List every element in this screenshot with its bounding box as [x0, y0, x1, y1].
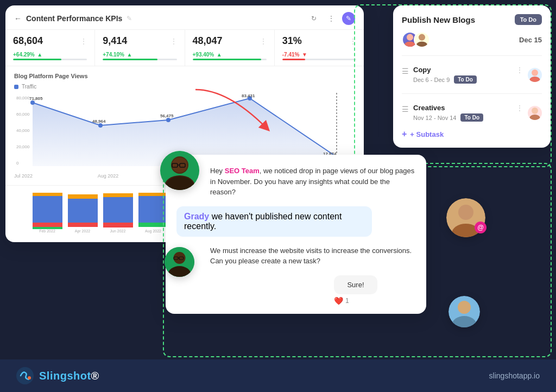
metric-change-0: +64.29%	[13, 52, 35, 58]
metric-dots-0[interactable]: ⋮	[80, 37, 87, 45]
add-subtask-label: + Subtask	[410, 130, 444, 138]
chat-msg-1: Hey SEO Team, we noticed drop in page vi…	[176, 166, 415, 198]
chat-card: Hey SEO Team, we noticed drop in page vi…	[166, 155, 426, 314]
add-subtask-button[interactable]: + + Subtask	[402, 129, 542, 139]
subtask-info-creatives: Creatives Nov 12 - Nov 14 To Do	[413, 104, 511, 122]
info-icon[interactable]: ✎	[127, 15, 132, 22]
bottom-bar: Slingshot® slingshotapp.io	[0, 359, 556, 392]
svg-point-6	[98, 123, 103, 128]
svg-point-51	[529, 77, 540, 82]
subtask-info-copy: Copy Dec 6 - Dec 9 To Do	[413, 66, 511, 84]
svg-point-53	[529, 115, 540, 120]
task-header: Publish New Blogs To Do	[402, 14, 542, 25]
task-due-date: Dec 15	[519, 36, 542, 44]
more-icon[interactable]: ⋮	[325, 12, 338, 25]
grady-mention: Grady	[184, 212, 209, 221]
svg-text:Feb 2022: Feb 2022	[39, 229, 55, 233]
legend-dot	[14, 85, 18, 89]
svg-point-63	[458, 205, 473, 220]
svg-text:Apr 2022: Apr 2022	[75, 229, 91, 233]
sender-avatar-large	[160, 151, 199, 190]
legend-label: Traffic	[22, 84, 36, 90]
metric-cell-0: 68,604 ⋮ +64.29% ▲	[5, 30, 95, 66]
subtask-status-copy: To Do	[454, 75, 477, 84]
chart-label-0: Jul 2022	[14, 173, 33, 179]
svg-point-66	[458, 301, 471, 314]
plus-icon: +	[402, 129, 407, 139]
metric-dots-1[interactable]: ⋮	[170, 37, 177, 45]
task-divider	[402, 55, 542, 56]
svg-text:Jun 2022: Jun 2022	[110, 229, 126, 233]
svg-text:60,000: 60,000	[16, 112, 30, 117]
subtask-dots-creatives[interactable]: ⋮	[516, 104, 523, 112]
svg-text:Aug 2022: Aug 2022	[145, 229, 161, 233]
svg-rect-21	[68, 194, 98, 199]
svg-text:40,000: 40,000	[16, 128, 30, 133]
svg-rect-24	[103, 193, 133, 197]
subtask-avatar-creatives	[528, 106, 542, 120]
msg-content-3: We must increase the website visits to i…	[210, 245, 415, 267]
chart-title: Blog Platform Page Views	[14, 73, 355, 79]
svg-text:56,475: 56,475	[160, 113, 174, 118]
metric-dots-3[interactable]: ⋮	[350, 37, 356, 45]
sure-text: Sure!	[347, 281, 364, 289]
svg-rect-16	[33, 195, 62, 223]
subtask-row-creatives: ☰ Creatives Nov 12 - Nov 14 To Do ⋮	[402, 99, 542, 126]
svg-text:48,964: 48,964	[92, 119, 106, 124]
svg-point-52	[532, 108, 538, 114]
avatar-2	[414, 31, 430, 48]
metrics-row: 68,604 ⋮ +64.29% ▲ 9,414 ⋮ +74.10% ▲ 48,…	[5, 30, 364, 66]
chat-msg-3: We must increase the website visits to i…	[176, 245, 415, 267]
svg-rect-26	[138, 195, 168, 223]
svg-text:71,805: 71,805	[29, 96, 43, 101]
msg-bubble-2: Grady we haven't published new content r…	[176, 206, 372, 237]
task-divider-2	[402, 93, 542, 94]
metric-value-1: 9,414	[103, 35, 127, 47]
metric-value-2: 48,047	[193, 35, 223, 47]
svg-rect-22	[68, 223, 98, 227]
msg-text-1: Hey SEO Team, we noticed drop in page vi…	[210, 166, 415, 198]
back-arrow-icon[interactable]: ←	[14, 14, 22, 23]
svg-rect-27	[138, 193, 168, 196]
subtask-dots-copy[interactable]: ⋮	[516, 66, 523, 74]
svg-rect-17	[33, 193, 62, 196]
svg-point-5	[30, 100, 35, 105]
kpi-header: ← Content Performance KPIs ✎ ↻ ⋮ ✎	[5, 5, 364, 30]
task-meta: Dec 15	[402, 31, 542, 48]
msg-content-1: Hey SEO Team, we noticed drop in page vi…	[210, 166, 415, 198]
kpi-title: Content Performance KPIs	[26, 14, 122, 23]
subtask-name-creatives: Creatives	[413, 104, 511, 112]
subtask-avatar-copy	[528, 68, 542, 82]
metric-cell-2: 48,047 ⋮ +93.40% ▲	[185, 30, 275, 66]
metric-change-3: -7.41%	[282, 52, 300, 58]
brand-name-text: Slingshot	[39, 370, 91, 382]
mention-badge: @	[475, 222, 486, 233]
metric-cell-3: 31% ⋮ -7.41% ▼	[275, 30, 364, 66]
svg-text:83,431: 83,431	[242, 93, 255, 98]
svg-point-50	[532, 69, 538, 76]
svg-point-7	[166, 118, 170, 122]
metric-change-2: +93.40%	[193, 52, 214, 58]
edit-icon[interactable]: ✎	[342, 12, 355, 25]
svg-rect-18	[33, 223, 62, 227]
chat-msg-2: Grady we haven't published new content r…	[176, 206, 415, 237]
svg-rect-20	[68, 198, 98, 223]
metric-dots-2[interactable]: ⋮	[260, 37, 267, 45]
svg-text:80,000: 80,000	[16, 96, 30, 100]
svg-point-74	[16, 367, 34, 384]
subtask-creatives-icon: ☰	[402, 105, 409, 113]
svg-rect-23	[103, 197, 133, 223]
refresh-icon[interactable]: ↻	[307, 12, 320, 25]
subtask-status-creatives: To Do	[460, 113, 483, 122]
task-card: Publish New Blogs To Do Dec 15 ☰ Copy De…	[393, 5, 551, 148]
sender-avatar-2	[165, 247, 194, 277]
sure-bubble: Sure!	[334, 275, 377, 294]
subtask-row-copy: ☰ Copy Dec 6 - Dec 9 To Do ⋮	[402, 61, 542, 88]
brand: Slingshot®	[16, 367, 99, 384]
svg-point-48	[419, 34, 425, 41]
brand-url: slingshotapp.io	[489, 371, 540, 380]
reply-avatar	[448, 296, 480, 327]
heart-emoji: ❤️	[334, 296, 343, 305]
metric-value-0: 68,604	[13, 35, 43, 47]
task-title: Publish New Blogs	[402, 15, 475, 24]
